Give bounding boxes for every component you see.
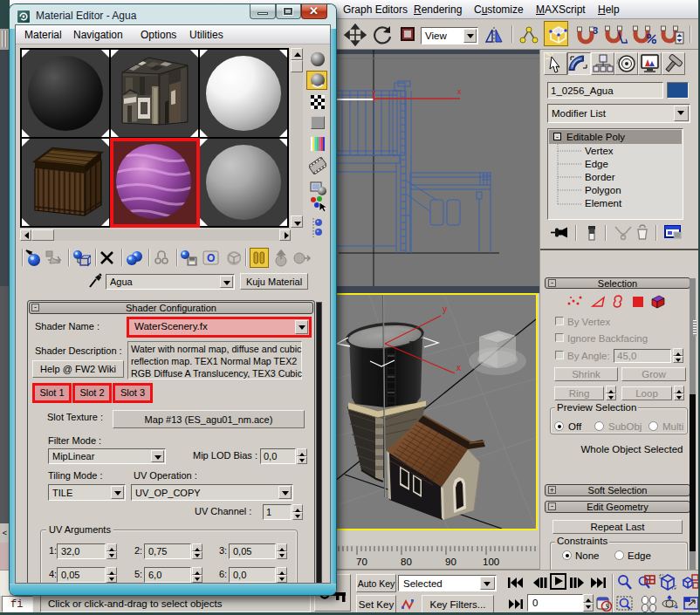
svg-text:O: O xyxy=(207,252,215,264)
svg-text:90: 90 xyxy=(445,557,456,567)
svg-text:x: x xyxy=(456,363,461,372)
svg-text:70: 70 xyxy=(356,557,367,567)
svg-text:80: 80 xyxy=(401,557,412,567)
svg-text:x: x xyxy=(457,87,462,96)
svg-text:y: y xyxy=(372,88,376,97)
svg-text:3: 3 xyxy=(593,25,598,36)
svg-text:y: y xyxy=(443,304,447,314)
svg-text:100: 100 xyxy=(483,557,499,567)
